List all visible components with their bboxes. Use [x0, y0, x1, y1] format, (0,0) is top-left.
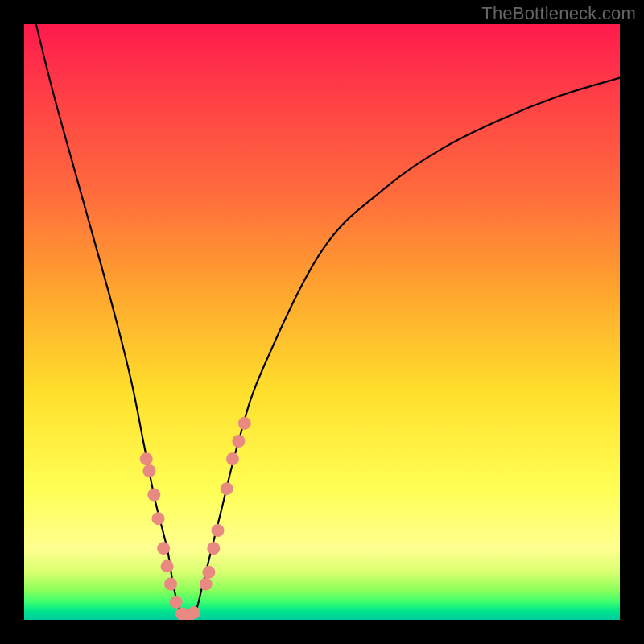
data-marker	[202, 566, 215, 579]
data-marker	[142, 464, 155, 477]
data-marker	[157, 542, 170, 555]
data-marker	[170, 596, 183, 609]
data-marker	[200, 578, 213, 591]
data-marker	[221, 482, 233, 495]
plot-area	[24, 24, 620, 620]
bottleneck-curve	[36, 24, 620, 620]
data-marker	[188, 606, 200, 619]
data-marker	[238, 417, 251, 430]
data-marker	[152, 512, 165, 525]
data-marker	[232, 435, 245, 448]
data-marker	[226, 452, 239, 465]
watermark-text: TheBottleneck.com	[481, 3, 636, 24]
data-marker	[212, 524, 225, 537]
chart-frame: TheBottleneck.com	[0, 0, 644, 644]
data-marker	[164, 578, 177, 591]
data-markers	[140, 417, 251, 620]
data-marker	[140, 452, 153, 465]
data-marker	[147, 489, 160, 502]
data-marker	[161, 559, 174, 572]
curve-layer	[24, 24, 620, 620]
data-marker	[207, 542, 220, 555]
